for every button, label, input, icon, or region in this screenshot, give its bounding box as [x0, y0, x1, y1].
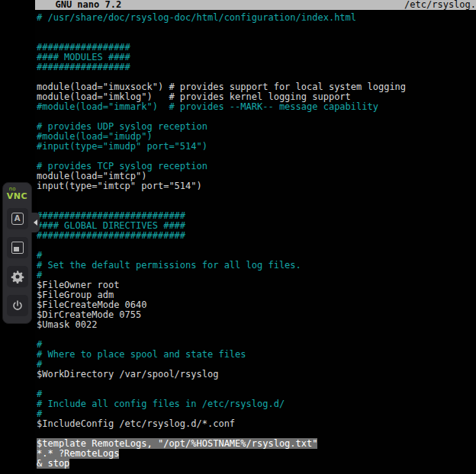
novnc-logo-vnc: VNC — [7, 192, 27, 200]
terminal-line — [37, 330, 476, 340]
terminal-line: ################# — [37, 62, 476, 72]
keyboard-a-icon: A — [11, 213, 24, 225]
terminal-line: # /usr/share/doc/rsyslog-doc/html/config… — [37, 13, 476, 23]
terminal-line — [37, 23, 476, 33]
novnc-control-bar: no VNC A — [2, 182, 32, 324]
terminal-line: input(type="imtcp" port="514") — [37, 181, 476, 191]
nano-app-title: GNU nano 7.2 — [44, 0, 121, 10]
screen: { "titlebar": { "app": " GNU nano 7.2", … — [0, 0, 476, 474]
gear-icon — [11, 270, 24, 283]
panel-collapse-handle[interactable] — [31, 213, 40, 232]
fullscreen-icon — [11, 242, 24, 254]
terminal-line: $IncludeConfig /etc/rsyslog.d/*.conf — [37, 419, 476, 429]
terminal-line: $Umask 0022 — [37, 320, 476, 330]
terminal-line — [37, 241, 476, 251]
terminal-line — [37, 380, 476, 389]
terminal-window[interactable]: GNU nano 7.2 /etc/rsyslog. # /usr/share/… — [35, 0, 476, 474]
terminal-line: ########################### — [37, 231, 476, 241]
nano-filename: /etc/rsyslog. — [404, 0, 476, 10]
terminal-line — [37, 191, 476, 201]
extra-keys-button[interactable]: A — [7, 208, 28, 229]
power-icon — [11, 299, 24, 312]
terminal-line: *.* ?RemoteLogs — [37, 449, 476, 459]
novnc-logo: no VNC — [7, 187, 27, 200]
terminal-line: #input(type="imudp" port="514") — [37, 142, 476, 152]
terminal-line: # Include all config files in /etc/rsysl… — [37, 399, 476, 409]
terminal-line: #module(load="immark") # provides --MARK… — [37, 102, 476, 112]
nano-titlebar: GNU nano 7.2 /etc/rsyslog. — [35, 0, 476, 10]
chevron-left-icon — [34, 219, 37, 226]
terminal-line: # Set the default permissions for all lo… — [37, 261, 476, 271]
terminal-line: $WorkDirectory /var/spool/rsyslog — [37, 370, 476, 380]
terminal-line: & stop — [37, 459, 476, 469]
fullscreen-button[interactable] — [7, 237, 28, 258]
terminal-line: $DirCreateMode 0755 — [37, 310, 476, 320]
settings-button[interactable] — [7, 266, 28, 287]
power-button[interactable] — [7, 295, 28, 316]
terminal-line: # Where to place spool and state files — [37, 350, 476, 360]
terminal-body[interactable]: # /usr/share/doc/rsyslog-doc/html/config… — [35, 10, 476, 469]
